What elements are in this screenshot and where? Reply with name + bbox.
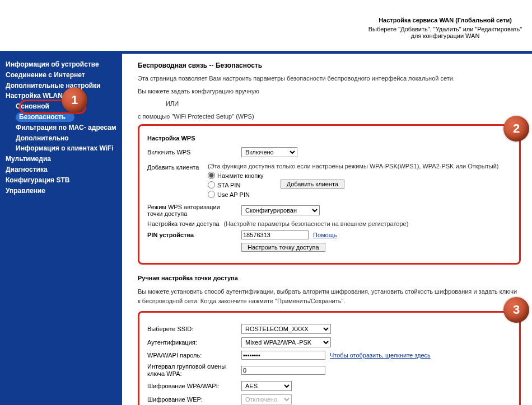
wps-add-client-button[interactable]: Добавить клиента — [281, 180, 344, 189]
wps-add-client-label: Добавить клиента — [147, 163, 203, 171]
configure-ap-button[interactable]: Настроить точку доступа — [241, 243, 325, 252]
wps-radio-ap-pin[interactable]: Use AP PIN — [208, 191, 264, 198]
page-desc-1: Эта страница позволяет Вам настроить пар… — [138, 74, 521, 83]
wps-enable-label: Включить WPS — [147, 149, 237, 156]
wan-title: Настройка сервиса WAN (Глобальной сети) — [364, 17, 526, 23]
top-header: Настройка сервиса WAN (Глобальной сети) … — [0, 0, 532, 54]
enc-wpa-label: Шифрование WPA/WAPI: — [147, 383, 237, 389]
wpa-pass-label: WPA/WAPI пароль: — [147, 352, 237, 359]
sidebar-item-stb[interactable]: Конфигурация STB — [6, 175, 119, 186]
sidebar-item-management[interactable]: Управление — [6, 186, 119, 196]
manual-title: Ручная настройка точки доступа — [138, 275, 521, 281]
enc-wep-label: Шифрование WEP: — [147, 396, 237, 403]
content: Беспроводная связь -- Безопасность Эта с… — [122, 54, 532, 405]
wpa-pass-input[interactable] — [241, 351, 325, 360]
manual-desc: Вы можете установить способ аутентификац… — [138, 287, 521, 305]
sidebar-item-wlan-macfilter[interactable]: Фильтрация по MAC- адресам — [6, 123, 119, 133]
ssid-select[interactable]: ROSTELECOM_XXXX — [241, 324, 331, 334]
sidebar-item-advanced[interactable]: Дополнительные настройки — [6, 81, 119, 91]
page-desc-or: ИЛИ — [138, 99, 521, 109]
device-pin-input[interactable] — [241, 230, 309, 239]
wps-radio-pushbutton[interactable]: Нажмите кнопку — [208, 172, 264, 179]
ssid-label: Выберете SSID: — [147, 326, 237, 332]
sidebar-item-label: Безопасность — [16, 112, 74, 122]
device-pin-label: PIN устройства — [147, 232, 237, 238]
enc-wpa-select[interactable]: AES — [241, 381, 292, 391]
wps-enable-select[interactable]: Включено — [241, 147, 297, 157]
callout-2: 2 — [503, 116, 529, 142]
sidebar-item-wlan-clients[interactable]: Информация о клиентах WiFi — [6, 143, 119, 154]
sidebar-item-multimedia[interactable]: Мультимедиа — [6, 154, 119, 164]
wan-service-hint: Настройка сервиса WAN (Глобальной сети) … — [364, 17, 526, 39]
page-desc-4: с помощью "WiFi Protected Setup" (WPS) — [138, 112, 521, 121]
wps-mode-select[interactable]: Сконфигурирован — [241, 205, 320, 215]
sidebar-item-wlan-security[interactable]: Безопасность — [6, 112, 119, 123]
auth-select[interactable]: Mixed WPA2/WPA -PSK — [241, 337, 331, 347]
ap-setup-label: Настройка точки доступа — [147, 220, 220, 227]
wan-subtitle: Выберете "Добавить", "Удалить" или "Реда… — [368, 26, 522, 39]
rekey-input[interactable] — [241, 366, 325, 375]
page-title: Беспроводная связь -- Безопасность — [138, 62, 521, 69]
sidebar-item-wlan-advanced[interactable]: Дополнительно — [6, 133, 119, 144]
wps-title: Настройка WPS — [147, 135, 511, 142]
sidebar-item-device-info[interactable]: Информация об устройстве — [6, 59, 119, 70]
wps-add-client-hint: (Эта функция доступна только если настро… — [208, 163, 498, 169]
sidebar-item-diagnostics[interactable]: Диагностика — [6, 164, 119, 175]
device-pin-help-link[interactable]: Помощь — [313, 232, 337, 238]
callout-3: 3 — [503, 297, 529, 323]
rekey-label: Интервал групповой смены ключа WPA: — [147, 363, 237, 378]
wps-radio-sta-pin[interactable]: STA PIN — [208, 181, 264, 189]
ap-setup-hint: (Настройте параметры безопасности на вне… — [224, 220, 409, 227]
manual-section: 3 Выберете SSID: ROSTELECOM_XXXX Аутенти… — [138, 311, 521, 405]
show-password-link[interactable]: Чтобы отобразить, щелкните здесь — [330, 352, 431, 359]
wps-mode-label: Режим WPS авторизации точки доступа — [147, 204, 237, 217]
auth-label: Аутентификация: — [147, 339, 237, 346]
callout-1: 1 — [62, 87, 87, 113]
sidebar-item-internet[interactable]: Соединение с Интернет — [6, 70, 119, 81]
enc-wep-select: Отключено — [241, 394, 292, 404]
page-desc-2: Вы можете задать конфигурацию вручную — [138, 87, 521, 96]
sidebar: Информация об устройстве Соединение с Ин… — [0, 54, 122, 405]
wps-section: 2 Настройка WPS Включить WPS Включено До… — [138, 124, 521, 265]
